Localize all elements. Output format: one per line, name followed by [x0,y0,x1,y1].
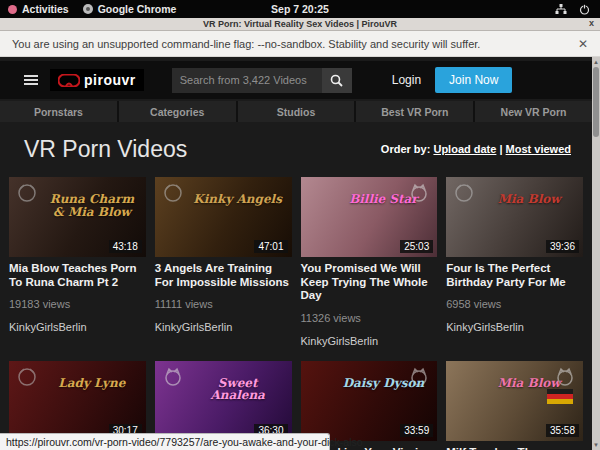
nav-item-pornstars[interactable]: Pornstars [0,101,117,122]
studio-watermark-icon [407,365,431,389]
studio-link[interactable]: KinkyGirlsBerlin [446,321,583,333]
thumbnail-overlay-text: Runa Charm & Mia Blow [44,193,140,218]
infobar-close-icon[interactable]: ✕ [578,37,588,51]
nav-item-best-vr[interactable]: Best VR Porn [356,101,473,122]
nav-item-new-vr[interactable]: New VR Porn [475,101,592,122]
video-title[interactable]: You Promised We Will Keep Trying The Who… [301,262,438,303]
app-menu-button[interactable]: Google Chrome [83,3,177,15]
scrollbar[interactable]: ▲ ▼ [592,57,600,450]
german-flag-icon [547,389,573,404]
thumbnail-overlay-text: Mia Blow [481,193,577,206]
video-thumbnail[interactable]: Lady Lyne 30:17 [9,361,146,441]
window-title: VR Porn: Virtual Reality Sex Videos | Pi… [203,19,397,29]
video-thumbnail[interactable]: Sweet Analena 36:30 [155,361,292,441]
join-now-button[interactable]: Join Now [435,67,512,93]
thumbnail-overlay-text: Kinky Angels [190,193,286,206]
activities-label: Activities [22,3,69,15]
site-logo[interactable]: pirouvr [50,69,144,91]
power-icon[interactable] [579,4,590,15]
chrome-infobar: You are using an unsupported command-lin… [0,31,600,57]
page-title: VR Porn Videos [24,136,187,163]
order-most-viewed-link[interactable]: Most viewed [506,143,571,155]
video-thumbnail[interactable]: Daisy Dyson 33:59 [301,361,438,441]
studio-link[interactable]: KinkyGirlsBerlin [9,321,146,333]
video-views: 6958 views [446,298,583,310]
video-thumbnail[interactable]: Mia Blow 35:58 [446,361,583,441]
hamburger-menu-icon[interactable] [24,73,38,87]
video-card: Mia Blow 35:58 Milf Teaches The Teacher … [446,361,583,450]
video-card: Mia Blow 39:36 Four Is The Perfect Birth… [446,177,583,347]
window-title-bar: VR Porn: Virtual Reality Sex Videos | Pi… [0,18,600,31]
studio-watermark-icon [553,365,577,389]
scrollbar-up-icon[interactable]: ▲ [592,57,600,67]
order-by-label: Order by: [381,143,431,155]
studio-watermark-icon [407,181,431,205]
order-by: Order by: Upload date | Most viewed [381,143,571,155]
video-views: 19183 views [9,298,146,310]
studio-watermark-icon [161,365,185,389]
status-url-tooltip: https://pirouvr.com/vr-porn-video/779325… [0,433,330,450]
thumbnail-overlay-text: Lady Lyne [44,377,140,390]
thumbnail-overlay-text: Sweet Analena [190,377,286,402]
video-card: Runa Charm & Mia Blow 43:18 Mia Blow Tea… [9,177,146,347]
studio-watermark-icon [15,181,39,205]
studio-link[interactable]: KinkyGirlsBerlin [155,321,292,333]
site-header: pirouvr Login Join Now [0,61,592,99]
video-title[interactable]: 3 Angels Are Training For Impossible Mis… [155,262,292,289]
duration-badge: 33:59 [400,424,433,437]
video-views: 11111 views [155,298,292,310]
search-button[interactable] [322,68,352,93]
thumbnail-overlay-text: Mia Blow [481,377,577,390]
scrollbar-thumb[interactable] [593,67,599,137]
duration-badge: 25:03 [400,240,433,253]
system-bar: Activities Google Chrome Sep 7 20:25 [0,0,600,18]
nav-item-categories[interactable]: Categories [119,101,236,122]
duration-badge: 47:01 [254,240,287,253]
activities-icon [8,5,17,14]
studio-watermark-icon [15,365,39,389]
thumbnail-overlay-text: Billie Star [336,193,432,206]
order-separator: | [499,143,502,155]
studio-link[interactable]: KinkyGirlsBerlin [301,335,438,347]
chrome-icon [83,4,93,14]
window-close-icon[interactable]: x [589,18,594,28]
main-nav: Pornstars Categories Studios Best VR Por… [0,101,592,122]
video-card: Billie Star 25:03 You Promised We Will K… [301,177,438,347]
duration-badge: 43:18 [109,240,142,253]
video-grid: Runa Charm & Mia Blow 43:18 Mia Blow Tea… [9,177,583,450]
video-thumbnail[interactable]: Runa Charm & Mia Blow 43:18 [9,177,146,257]
video-thumbnail[interactable]: Billie Star 25:03 [301,177,438,257]
video-title[interactable]: Four Is The Perfect Birthday Party For M… [446,262,583,289]
browser-viewport: pirouvr Login Join Now Pornstars Categor… [0,57,600,450]
thumbnail-overlay-text: Daisy Dyson [336,377,432,390]
nav-item-studios[interactable]: Studios [238,101,355,122]
app-menu-label: Google Chrome [98,3,177,15]
search-input[interactable] [172,68,322,93]
video-card: Kinky Angels 47:01 3 Angels Are Training… [155,177,292,347]
search-icon [330,74,343,87]
studio-watermark-icon [161,181,185,205]
network-icon[interactable] [555,4,567,15]
duration-badge: 39:36 [546,240,579,253]
scrollbar-down-icon[interactable]: ▼ [592,440,600,450]
infobar-message: You are using an unsupported command-lin… [12,38,480,50]
video-title[interactable]: Milf Teaches The Teacher Some Practical … [446,446,583,450]
order-upload-date-link[interactable]: Upload date [433,143,496,155]
video-title[interactable]: Mia Blow Teaches Porn To Runa Charm Pt 2 [9,262,146,289]
activities-button[interactable]: Activities [8,3,69,15]
duration-badge: 35:58 [546,424,579,437]
studio-watermark-icon [452,181,476,205]
video-thumbnail[interactable]: Mia Blow 39:36 [446,177,583,257]
vr-goggles-icon [58,74,80,87]
login-link[interactable]: Login [392,73,421,87]
video-thumbnail[interactable]: Kinky Angels 47:01 [155,177,292,257]
logo-text: pirouvr [84,72,136,88]
video-views: 11326 views [301,312,438,324]
